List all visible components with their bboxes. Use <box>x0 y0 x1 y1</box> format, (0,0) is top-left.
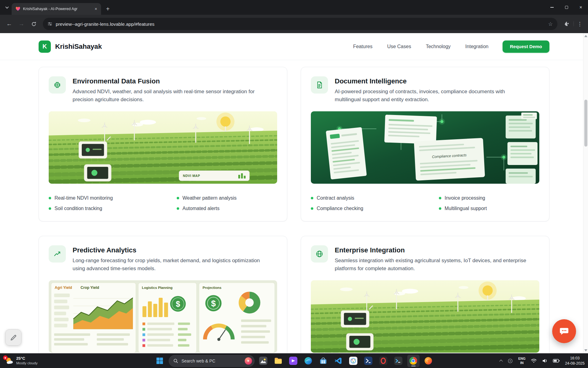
tray-time: 16:03 <box>570 356 579 361</box>
browser-window: KrishiSahayak - AI-Powered Agr ✕ + ✕ ← →… <box>0 0 588 353</box>
card-title: Document Intelligence <box>335 76 531 85</box>
page-scrollbar[interactable] <box>583 33 588 353</box>
notification-badge: 9 <box>3 355 8 360</box>
site-header: K KrishiSahayak Features Use Cases Techn… <box>0 33 588 60</box>
feature-bullet: Automated alerts <box>177 206 277 211</box>
bullet-dot-icon <box>49 197 51 199</box>
system-tray: ENG IN 16:03 24-08-2025 <box>499 354 586 368</box>
site-logo[interactable]: K <box>39 40 51 53</box>
feature-bullet: Soil condition tracking <box>49 206 177 211</box>
cpu-chip-icon <box>49 76 66 94</box>
nav-integration[interactable]: Integration <box>465 44 488 49</box>
volume-icon[interactable] <box>541 355 548 367</box>
chat-widget-button[interactable] <box>552 319 576 343</box>
nav-use-cases[interactable]: Use Cases <box>387 44 411 49</box>
hidden-tray-icon[interactable] <box>507 355 514 367</box>
brand-name: KrishiSahayak <box>55 43 102 51</box>
microsoft-store-icon[interactable] <box>317 355 330 367</box>
opera-gx-icon[interactable] <box>377 355 390 367</box>
ndvi-map-panel: NDVI MAP <box>179 171 250 181</box>
documents-illustration <box>311 111 539 184</box>
close-button[interactable]: ✕ <box>574 0 588 15</box>
tab-favicon-heart-icon <box>16 7 20 11</box>
clock[interactable]: 16:03 24-08-2025 <box>564 355 586 367</box>
url-text[interactable]: preview--agri-granite-lens.lovable.app/#… <box>56 21 154 27</box>
bullet-dot-icon <box>311 197 313 199</box>
start-button[interactable] <box>154 355 166 367</box>
features-grid: Environmental Data Fusion Advanced NDVI,… <box>39 67 549 353</box>
edge-icon[interactable] <box>302 355 315 367</box>
battery-icon[interactable] <box>552 355 561 367</box>
nav-features[interactable]: Features <box>353 44 372 49</box>
vscode-icon[interactable] <box>332 355 345 367</box>
back-icon[interactable]: ← <box>4 18 15 29</box>
weather-condition: Mostly cloudy <box>16 361 38 365</box>
maximize-button[interactable] <box>559 0 574 15</box>
bullet-dot-icon <box>439 207 441 210</box>
nav-technology[interactable]: Technology <box>426 44 450 49</box>
trending-up-icon <box>49 245 66 263</box>
taskbar-search[interactable]: Search web & PC ✦ <box>169 355 254 367</box>
tab-title: KrishiSahayak - AI-Powered Agr <box>23 7 90 11</box>
feature-bullet: Real-time NDVI monitoring <box>49 195 177 201</box>
taskbar-center: Search web & PC ✦ <box>154 355 435 367</box>
tab-close-icon[interactable]: ✕ <box>93 6 99 12</box>
request-demo-button[interactable]: Request Demo <box>503 40 549 53</box>
feature-card-document-intelligence: Document Intelligence AI-powered process… <box>301 67 549 221</box>
card-description: Seamless integration with existing agric… <box>335 257 531 272</box>
scrollbar-thumb[interactable] <box>584 100 587 147</box>
photos-icon[interactable] <box>257 355 270 367</box>
window-controls: ✕ <box>545 0 588 15</box>
bullet-dot-icon <box>177 197 179 199</box>
powershell-icon[interactable] <box>362 355 375 367</box>
bookmark-star-icon[interactable]: ☆ <box>548 21 553 27</box>
wifi-icon[interactable] <box>530 355 538 367</box>
feature-card-predictive-analytics: Predictive Analytics Long-range forecast… <box>39 236 287 353</box>
terminal-icon[interactable] <box>392 355 405 367</box>
document-icon <box>311 76 328 94</box>
chrome-icon[interactable] <box>407 355 420 367</box>
card-title: Enterprise Integration <box>335 245 531 254</box>
clipchamp-icon[interactable] <box>287 355 300 367</box>
extensions-icon[interactable] <box>561 18 572 29</box>
pencil-icon <box>10 334 17 341</box>
feature-bullet: Compliance checking <box>311 206 439 211</box>
language-code: ENG <box>518 357 526 361</box>
tray-expand-chevron-icon[interactable] <box>499 355 503 367</box>
paint-icon[interactable] <box>347 355 360 367</box>
address-bar[interactable]: preview--agri-granite-lens.lovable.app/#… <box>43 18 557 30</box>
feature-bullet: Contract analysis <box>311 195 439 201</box>
browser-toolbar: ← → preview--agri-granite-lens.lovable.a… <box>0 15 588 33</box>
web-page: K KrishiSahayak Features Use Cases Techn… <box>0 33 588 353</box>
language-indicator[interactable]: ENG IN <box>517 355 526 367</box>
forward-icon[interactable]: → <box>16 18 27 29</box>
tab-strip: KrishiSahayak - AI-Powered Agr ✕ + ✕ <box>0 0 588 15</box>
browser-tab[interactable]: KrishiSahayak - AI-Powered Agr ✕ <box>12 3 101 15</box>
firefox-icon[interactable] <box>422 355 435 367</box>
farm-sensors-illustration: NDVI MAP <box>49 111 277 184</box>
main-nav: Features Use Cases Technology Integratio… <box>353 44 488 49</box>
weather-widget[interactable]: 9 25°C Mostly cloudy <box>2 354 41 368</box>
site-controls-icon[interactable] <box>47 21 52 26</box>
scroll-down-arrow-icon[interactable] <box>584 349 587 351</box>
tab-search-chevron-icon[interactable] <box>2 0 12 15</box>
reload-icon[interactable] <box>28 18 39 29</box>
card-title: Environmental Data Fusion <box>73 76 269 85</box>
profile-avatar[interactable] <box>573 21 574 27</box>
search-highlights-icon: ✦ <box>245 357 252 365</box>
feature-bullet: Multilingual support <box>439 206 539 211</box>
region-code: IN <box>520 361 524 365</box>
card-description: AI-powered processing of contracts, invo… <box>335 88 531 103</box>
card-title: Predictive Analytics <box>73 245 269 254</box>
feature-bullet: Invoice processing <box>439 195 539 201</box>
search-placeholder: Search web & PC <box>182 358 216 363</box>
annotation-tool-button[interactable] <box>5 329 21 346</box>
bullet-dot-icon <box>49 207 51 210</box>
new-tab-button[interactable]: + <box>103 4 112 13</box>
scroll-up-arrow-icon[interactable] <box>584 35 587 37</box>
chat-bubble-icon <box>559 326 569 336</box>
windows-logo-icon <box>156 357 164 365</box>
browser-menu-icon[interactable]: ⋮ <box>575 21 584 27</box>
minimize-button[interactable] <box>545 0 559 15</box>
file-explorer-icon[interactable] <box>272 355 285 367</box>
